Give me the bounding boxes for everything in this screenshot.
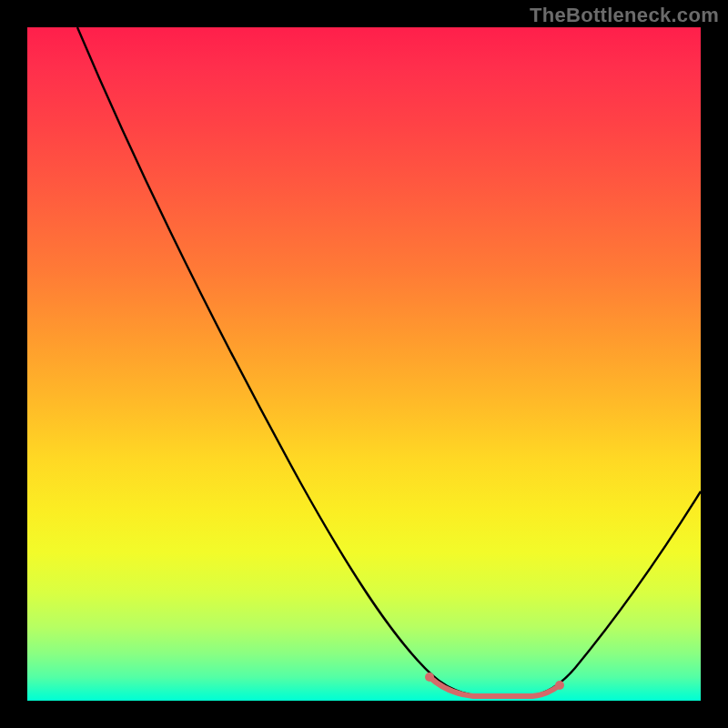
curve-layer: [27, 27, 701, 701]
bottleneck-curve: [77, 27, 701, 696]
plot-area: [27, 27, 701, 701]
watermark-text: TheBottleneck.com: [530, 4, 719, 27]
chart-stage: TheBottleneck.com: [0, 0, 728, 728]
optimal-region-end-dot: [555, 681, 564, 690]
optimal-region-start-dot: [425, 672, 434, 682]
